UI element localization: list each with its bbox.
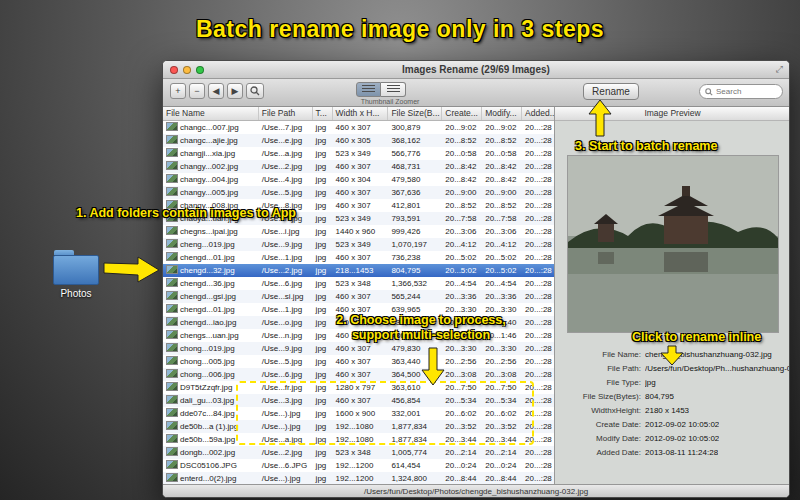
table-row[interactable]: changy...005.jpg/Use...5.jpgjpg460 x 307…	[163, 186, 554, 199]
table-row[interactable]: chengd...32.jpg/Use...2.jpgjpg218...1453…	[163, 264, 554, 277]
preview-photo	[568, 156, 778, 332]
column-header[interactable]: T...	[313, 107, 333, 120]
file-thumbnail-icon	[166, 252, 178, 261]
cell: 20...4:54	[442, 277, 482, 290]
list-view-icon	[362, 85, 375, 94]
file-thumbnail-icon	[166, 135, 178, 144]
zoom-button[interactable]	[196, 66, 204, 74]
cell: /Use...6.jpg	[259, 368, 313, 381]
annotation-main-title: Batch rename image only in 3 steps	[0, 16, 800, 43]
field-value[interactable]: 2012-09-02 10:05:02	[645, 434, 719, 443]
column-header[interactable]: File Name	[163, 107, 259, 120]
table-row[interactable]: dongb...002.jpg/Use...2.jpgjpg523 x 3481…	[163, 446, 554, 459]
cell: 20...:28	[522, 147, 554, 160]
table-row[interactable]: changji...xia.jpg/Use...a.jpgjpg523 x 34…	[163, 147, 554, 160]
field-value[interactable]: /Users/fun/Desktop/Ph...hushanzhuang-032…	[645, 364, 790, 373]
info-field[interactable]: File Name:chengde_bishushanzhuang-032.jp…	[555, 347, 790, 361]
field-value[interactable]: 804,795	[645, 392, 674, 401]
cell: 804,795	[388, 264, 442, 277]
table-row[interactable]: changy...004.jpg/Use...4.jpgjpg460 x 304…	[163, 173, 554, 186]
field-label: File Name:	[555, 350, 641, 359]
view-mode-segmented-control	[356, 82, 406, 97]
table-row[interactable]: chegns...ipai.jpg/Use...i.jpgjpg1440 x 9…	[163, 225, 554, 238]
file-thumbnail-icon	[166, 447, 178, 456]
minimize-button[interactable]	[183, 66, 191, 74]
table-row[interactable]: chengd...36.jpg/Use...6.jpgjpg523 x 3481…	[163, 277, 554, 290]
table-row[interactable]: chong...019.jpg/Use...9.jpgjpg460 x 3074…	[163, 342, 554, 355]
cell: 20...:28	[522, 238, 554, 251]
cell: 20...4:54	[482, 277, 522, 290]
cell: 20...0:58	[442, 147, 482, 160]
forward-button[interactable]: ▶	[227, 83, 243, 99]
file-thumbnail-icon	[166, 161, 178, 170]
preview-panel: Image Preview	[555, 107, 790, 484]
cell: jpg	[313, 134, 333, 147]
cell: 20...:28	[522, 329, 554, 342]
file-thumbnail-icon	[166, 291, 178, 300]
cell: /Use...2.jpg	[259, 264, 313, 277]
info-field[interactable]: File Size(Bytes):804,795	[555, 389, 790, 403]
search-field[interactable]	[699, 84, 783, 99]
table-row[interactable]: chengd...01.jpg/Use...1.jpgjpg460 x 3077…	[163, 251, 554, 264]
field-value[interactable]: jpg	[645, 378, 656, 387]
cell: 20...:28	[522, 459, 554, 472]
file-thumbnail-icon	[166, 330, 178, 339]
file-name-cell: enterd...0(2).jpg	[163, 472, 259, 484]
zoom-loupe-button[interactable]	[246, 83, 264, 99]
cell: /Use...4.jpg	[259, 173, 313, 186]
column-header[interactable]: Create...	[442, 107, 482, 120]
info-field[interactable]: Modify Date:2012-09-02 10:05:02	[555, 431, 790, 445]
info-field[interactable]: Create Date:2012-09-02 10:05:02	[555, 417, 790, 431]
table-row[interactable]: DSC05106.JPG/Use...6.JPGjpg192...1200614…	[163, 459, 554, 472]
cell: 20...9:00	[442, 186, 482, 199]
cell: 20...4:12	[482, 238, 522, 251]
cell: 523 x 348	[333, 446, 389, 459]
field-value[interactable]: 2013-08-11 11:24:28	[645, 448, 718, 457]
table-row[interactable]: cheng...019.jpg/Use...9.jpgjpg523 x 3491…	[163, 238, 554, 251]
info-field[interactable]: File Path:/Users/fun/Desktop/Ph...hushan…	[555, 361, 790, 375]
close-button[interactable]	[170, 66, 178, 74]
cell: /Use...5.jpg	[259, 186, 313, 199]
cell: 300,879	[388, 121, 442, 134]
list-view-button[interactable]	[356, 82, 381, 97]
cell: 468,731	[388, 160, 442, 173]
field-value[interactable]: 2012-09-02 10:05:02	[645, 420, 719, 429]
info-field[interactable]: WidthxHeight:2180 x 1453	[555, 403, 790, 417]
file-thumbnail-icon	[166, 122, 178, 131]
table-row[interactable]: changc...ajie.jpg/Use...e.jpgjpg460 x 30…	[163, 134, 554, 147]
remove-button[interactable]: −	[189, 83, 205, 99]
column-header[interactable]: Modify...	[482, 107, 522, 120]
cell: 523 x 348	[333, 277, 389, 290]
column-header[interactable]: Width x H...	[333, 107, 389, 120]
column-header[interactable]: File Size(B...	[388, 107, 442, 120]
file-thumbnail-icon	[166, 226, 178, 235]
file-name-cell: changy...002.jpg	[163, 160, 259, 173]
detail-view-button[interactable]	[381, 82, 406, 97]
table-row[interactable]: enterd...0(2).jpg/Use...).jpgjpg192...12…	[163, 472, 554, 484]
file-thumbnail-icon	[166, 148, 178, 157]
field-value[interactable]: chengde_bishushanzhuang-032.jpg	[645, 350, 772, 359]
cell: 20...:28	[522, 368, 554, 381]
file-name-cell: changc...007.jpg	[163, 121, 259, 134]
info-field[interactable]: File Type:jpg	[555, 375, 790, 389]
table-row[interactable]: chengd...gsi.jpg/Use...si.jpgjpg460 x 30…	[163, 290, 554, 303]
table-row[interactable]: chong...005.jpg/Use...5.jpgjpg460 x 3073…	[163, 355, 554, 368]
photos-folder[interactable]: Photos	[50, 250, 102, 299]
search-input[interactable]	[716, 87, 776, 96]
table-row[interactable]: chong...006.jpg/Use...6.jpgjpg460 x 3073…	[163, 368, 554, 381]
info-field[interactable]: Added Date:2013-08-11 11:24:28	[555, 445, 790, 459]
rename-button[interactable]: Rename	[583, 83, 639, 100]
fullscreen-icon[interactable]: ⤢	[776, 64, 783, 75]
cell: 20...:28	[522, 225, 554, 238]
table-row[interactable]: changy...002.jpg/Use...2.jpgjpg460 x 307…	[163, 160, 554, 173]
column-header[interactable]: Added...	[522, 107, 554, 120]
title-bar[interactable]: Images Rename (29/69 Images) ⤢	[163, 61, 789, 79]
cell: 192...1200	[333, 472, 389, 484]
cell: 20...2:56	[442, 355, 482, 368]
back-button[interactable]: ◀	[208, 83, 224, 99]
add-button[interactable]: +	[170, 83, 186, 99]
field-value[interactable]: 2180 x 1453	[645, 406, 689, 415]
column-header[interactable]: File Path	[259, 107, 313, 120]
table-row[interactable]: changc...007.jpg/Use...7.jpgjpg460 x 307…	[163, 121, 554, 134]
cell: jpg	[313, 355, 333, 368]
